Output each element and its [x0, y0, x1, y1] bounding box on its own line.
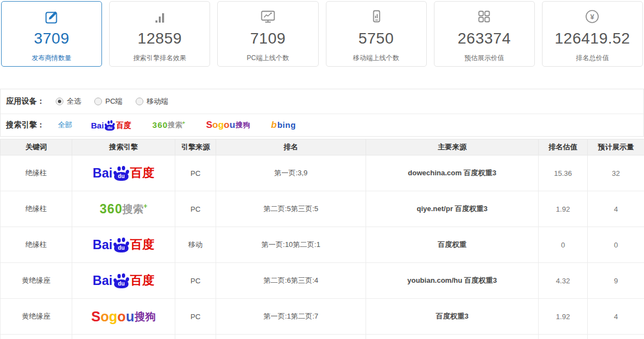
cell-rank-value: 0 — [539, 227, 588, 263]
cell-est-display: 32 — [588, 155, 644, 191]
baidu-paw-icon: du — [113, 165, 130, 181]
table-header-row: 关键词 搜索引擎 引擎来源 排名 主要来源 排名估值 预计展示量 — [1, 139, 644, 155]
stat-label: 预估展示价值 — [434, 53, 534, 63]
engine-filter-sogou-logo[interactable]: Sogou搜狗 — [206, 120, 250, 130]
svg-text:¥: ¥ — [591, 13, 595, 21]
yuan-icon: ¥ — [543, 9, 642, 26]
header-keyword: 关键词 — [1, 139, 72, 155]
baidu-paw-icon: du — [113, 272, 130, 289]
cell-main-source: 百度权重3 — [366, 299, 539, 335]
cell-keyword: 黄绝缘座 — [1, 263, 72, 299]
baidu-logo: Baidu百度 — [91, 120, 131, 131]
stat-value: 12859 — [110, 30, 210, 47]
cell-rank: 第一页:1第二页:7 — [216, 299, 366, 335]
cell-engine-logo: Baidu百度 — [72, 227, 175, 263]
header-engine-source: 引擎来源 — [175, 139, 216, 155]
baidu-logo: Baidu百度 — [93, 165, 154, 181]
stat-card-publish-count[interactable]: 3709 发布商情数量 — [1, 1, 102, 67]
stat-label: 排名总价值 — [543, 53, 642, 63]
cell-keyword: 绝缘柱 — [1, 155, 72, 191]
cell-rank-value: 15.36 — [539, 155, 588, 191]
cell-main-source: youbian.com/hu 百度权重3 — [366, 263, 539, 299]
stat-card-total-rank-value[interactable]: ¥ 126419.52 排名总价值 — [542, 1, 643, 67]
cell-engine-logo: 360搜索+ — [72, 191, 175, 227]
360-logo: 360搜索+ — [100, 203, 147, 216]
engine-filter-bing-logo[interactable]: bbing — [271, 120, 296, 130]
cell-rank: 第二页:5第三页:5 — [216, 191, 366, 227]
table-row: 黄绝缘座 Baidu百度 PC 第二页:6第三页:4 youbian.com/h… — [1, 263, 644, 299]
header-main-source: 主要来源 — [366, 139, 539, 155]
cell-est-display: 0 — [588, 227, 644, 263]
header-est-display: 预计展示量 — [588, 139, 644, 155]
edit-icon — [2, 9, 101, 26]
cell-main-source: dowechina.com 百度权重3 — [366, 155, 539, 191]
radio-label: 移动端 — [147, 96, 168, 106]
stat-label: PC端上线个数 — [218, 53, 318, 63]
stat-value: 263374 — [434, 30, 534, 47]
monitor-icon — [218, 9, 318, 26]
stat-card-estimated-display-value[interactable]: 263374 预估展示价值 — [434, 1, 535, 67]
header-search-engine: 搜索引擎 — [72, 139, 175, 155]
baidu-paw-icon: du — [113, 236, 130, 253]
cell-est-display: 4 — [588, 299, 644, 335]
stat-label: 发布商情数量 — [2, 53, 101, 63]
cell-engine-source: PC — [175, 191, 216, 227]
stat-label: 搜索引擎排名效果 — [110, 53, 210, 63]
radio-label: 全选 — [67, 96, 81, 106]
engine-filter-label: 搜索引擎： — [6, 120, 45, 130]
cell-engine-logo: Baidu百度 — [72, 263, 175, 299]
header-rank-value: 排名估值 — [539, 139, 588, 155]
cell-keyword: 黄绝缘座 — [1, 299, 72, 335]
table-row-partial — [1, 335, 644, 339]
stat-label: 移动端上线个数 — [326, 53, 426, 63]
baidu-logo: Baidu百度 — [93, 272, 154, 289]
cell-keyword: 绝缘柱 — [1, 191, 72, 227]
cell-rank: 第二页:6第三页:4 — [216, 263, 366, 299]
stat-value: 126419.52 — [543, 30, 642, 47]
baidu-paw-icon: du — [104, 120, 115, 131]
stat-value: 7109 — [218, 30, 318, 47]
radio-device-mobile[interactable]: 移动端 — [136, 96, 168, 106]
stat-card-engine-rank-effect[interactable]: 12859 搜索引擎排名效果 — [109, 1, 210, 67]
engine-filter-baidu-logo[interactable]: Baidu百度 — [91, 120, 131, 131]
cell-rank: 第一页:10第二页:1 — [216, 227, 366, 263]
cell-engine-logo: Baidu百度 — [72, 155, 175, 191]
radio-icon — [56, 98, 63, 105]
device-filter-row: 应用设备： 全选 PC端 移动端 — [1, 89, 643, 114]
cell-engine-source: PC — [175, 263, 216, 299]
engine-filter-all-link[interactable]: 全部 — [58, 120, 72, 130]
grid-icon — [434, 9, 534, 26]
cell-engine-logo: Sogou搜狗 — [72, 299, 175, 335]
stat-card-pc-online[interactable]: 7109 PC端上线个数 — [217, 1, 318, 67]
bar-chart-icon — [110, 9, 210, 26]
cell-est-display: 9 — [588, 263, 644, 299]
cell-keyword: 绝缘柱 — [1, 227, 72, 263]
stat-value: 5750 — [326, 30, 426, 47]
cell-est-display: 4 — [588, 191, 644, 227]
stat-cards: 3709 发布商情数量 12859 搜索引擎排名效果 7109 PC端上线个数 — [0, 0, 644, 67]
table-row: 黄绝缘座 Sogou搜狗 PC 第一页:1第二页:7 百度权重3 1.92 4 — [1, 299, 644, 335]
radio-device-pc[interactable]: PC端 — [94, 96, 122, 106]
cell-rank: 第一页:3,9 — [216, 155, 366, 191]
radio-icon — [94, 98, 102, 105]
table-row: 绝缘柱 Baidu百度 PC 第一页:3,9 dowechina.com 百度权… — [1, 155, 644, 191]
stat-card-mobile-online[interactable]: 5750 移动端上线个数 — [326, 1, 427, 67]
cell-engine-source: 移动 — [175, 227, 216, 263]
cell-main-source: 百度权重 — [366, 227, 539, 263]
mobile-icon — [326, 9, 426, 26]
table-row: 绝缘柱 Baidu百度 移动 第一页:10第二页:1 百度权重 0 0 — [1, 227, 644, 263]
filter-panel: 应用设备： 全选 PC端 移动端 搜索引擎： 全部 Baidu百度 360搜索+… — [0, 89, 644, 137]
radio-label: PC端 — [105, 96, 122, 106]
cell-rank-value: 1.92 — [539, 191, 588, 227]
cell-engine-source: PC — [175, 155, 216, 191]
cell-rank-value: 4.32 — [539, 263, 588, 299]
engine-filter-360-logo[interactable]: 360搜索+ — [152, 120, 185, 130]
radio-device-all[interactable]: 全选 — [56, 96, 81, 106]
radio-icon — [136, 98, 143, 105]
header-rank: 排名 — [216, 139, 366, 155]
stat-value: 3709 — [2, 30, 101, 47]
bing-logo: bbing — [271, 120, 296, 130]
sogou-logo: Sogou搜狗 — [206, 120, 250, 130]
cell-main-source: qiye.net/pr 百度权重3 — [366, 191, 539, 227]
cell-rank-value: 1.92 — [539, 299, 588, 335]
